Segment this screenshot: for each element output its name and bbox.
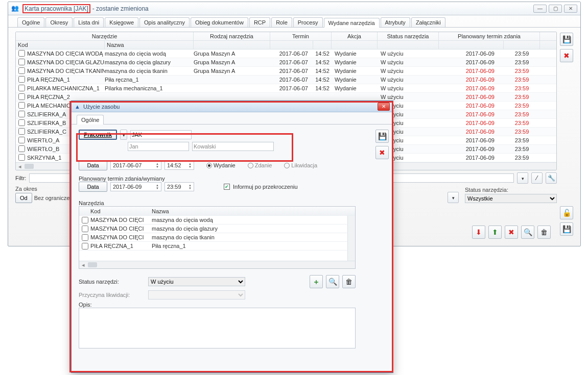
tab-wydane-narzedzia[interactable]: Wydane narzędzia (324, 18, 380, 28)
row-checkbox[interactable] (18, 93, 25, 100)
header-kod[interactable]: Kod (16, 41, 105, 49)
inform-checkbox[interactable]: ✔ (224, 184, 230, 190)
row-checkbox[interactable] (18, 85, 25, 91)
row-checkbox[interactable] (18, 111, 25, 117)
dialog-trash-icon[interactable]: 🗑 (342, 275, 356, 288)
dialog-horizontal-scrollbar[interactable]: ◂ (79, 261, 355, 268)
radio-zdanie[interactable]: Zdanie (248, 162, 272, 168)
tab-atrybuty[interactable]: Atrybuty (381, 17, 410, 27)
tab-role[interactable]: Role (271, 17, 292, 27)
dialog-table-row[interactable]: MASZYNA DO CIĘCImaszyna do cięcia tkanin (79, 233, 347, 242)
table-row[interactable]: MASZYNA DO CIĘCIA WODĄmaszyna do cięcia … (16, 49, 556, 58)
dialog-tab-ogolne[interactable]: Ogólne (77, 115, 104, 124)
dialog-scroll-thumb[interactable] (88, 262, 97, 267)
table-row[interactable]: MASZYNA DO CIĘCIA GLAZURYmaszyna do cięc… (16, 58, 556, 67)
dialog-row-checkbox[interactable] (82, 217, 88, 223)
row-checkbox[interactable] (18, 67, 25, 74)
first-name-input[interactable] (128, 142, 189, 151)
opis-textarea[interactable] (79, 308, 356, 348)
dialog-table-row[interactable]: MASZYNA DO CIĘCImaszyna do cięcia wodą (79, 216, 347, 224)
header-status[interactable]: Status narzędzia (378, 32, 439, 40)
dialog-status-select[interactable]: W użyciu (148, 277, 245, 286)
action-trash-icon[interactable]: 🗑 (537, 226, 551, 239)
pracownik-dropdown-button[interactable] (120, 130, 127, 140)
tab-ksiegowe[interactable]: Księgowe (105, 17, 138, 27)
header-narzedzie[interactable]: Narzędzie (16, 32, 194, 40)
maximize-button[interactable]: ▢ (549, 5, 562, 13)
dialog-delete-icon[interactable]: ✖ (375, 146, 389, 159)
cell-planned-time: 23:59 (504, 59, 540, 65)
tab-zalaczniki[interactable]: Załączniki (411, 17, 445, 27)
time-field-2[interactable]: 23:59▲▼ (164, 182, 194, 191)
action-export-icon[interactable]: ⬇ (472, 226, 485, 239)
row-checkbox[interactable] (18, 50, 25, 57)
dialog-row-checkbox[interactable] (82, 226, 88, 232)
od-button[interactable]: Od (15, 193, 32, 203)
cell-status: W użyciu (378, 59, 439, 65)
row-checkbox[interactable] (18, 76, 25, 83)
time-field-1[interactable]: 14:52▲▼ (164, 161, 194, 170)
dialog-scroll-left-icon[interactable]: ◂ (79, 262, 87, 268)
row-checkbox[interactable] (18, 59, 25, 65)
action-search-icon[interactable]: 🔍 (521, 226, 534, 239)
side-lock-icon[interactable]: 🔓 (560, 206, 573, 219)
row-checkbox[interactable] (18, 119, 25, 126)
tab-procesy[interactable]: Procesy (293, 17, 323, 27)
minimize-button[interactable]: — (533, 5, 547, 13)
cell-type: Grupa Maszyn A (194, 59, 270, 65)
dialog-add-icon[interactable]: ＋ (310, 275, 323, 288)
header-rodzaj[interactable]: Rodzaj narzędzia (194, 32, 270, 40)
tab-obieg-dokumentow[interactable]: Obieg dokumentów (191, 17, 248, 27)
dialog-table-row[interactable]: PIŁA RĘCZNA_1Piła ręczna_1 (79, 242, 347, 251)
pracownik-code-input[interactable] (130, 130, 192, 139)
filter-funnel-icon[interactable]: ∕ (531, 172, 543, 184)
table-row[interactable]: PILARKA MECHANICZNA_1Pilarka mechaniczna… (16, 84, 556, 93)
row-checkbox[interactable] (18, 102, 25, 109)
data-button-1[interactable]: Data (79, 160, 107, 170)
tab-okresy[interactable]: Okresy (45, 17, 73, 27)
scroll-left-icon[interactable]: ◂ (16, 163, 23, 170)
side-save-icon[interactable]: 💾 (560, 33, 573, 46)
dialog-table-row[interactable]: MASZYNA DO CIĘCImaszyna do cięcia glazur… (79, 224, 347, 233)
last-name-input[interactable] (192, 142, 274, 151)
extra-dropdown-button[interactable] (448, 192, 459, 203)
header-planned[interactable]: Planowany termin zdania (439, 32, 540, 40)
dialog-search-icon[interactable]: 🔍 (326, 275, 339, 288)
dialog-status-label: Status narzędzi: (79, 279, 145, 285)
date-field-1[interactable]: 2017-06-07▲▼ (110, 161, 161, 170)
dialog-save-icon[interactable]: 💾 (375, 130, 389, 143)
header-akcja[interactable]: Akcja (332, 32, 378, 40)
side-delete-icon[interactable]: ✖ (560, 49, 573, 62)
dialog-header-kod[interactable]: Kod (90, 208, 152, 214)
side-save2-icon[interactable]: 💾 (560, 222, 573, 236)
data-button-2[interactable]: Data (79, 182, 107, 192)
dialog-row-checkbox[interactable] (82, 234, 88, 241)
close-button[interactable]: ✕ (564, 5, 577, 13)
header-nazwa[interactable]: Nazwa (105, 41, 194, 49)
row-checkbox[interactable] (18, 154, 25, 161)
tab-opis-analityczny[interactable]: Opis analityczny (139, 17, 190, 27)
table-row[interactable]: PIŁA RĘCZNA_1Piła ręczna_12017-06-0714:5… (16, 76, 556, 84)
status-filter-select[interactable]: Wszystkie (465, 194, 557, 203)
date-field-2[interactable]: 2017-06-09▲▼ (110, 182, 161, 191)
tab-ogolne[interactable]: Ogólne (17, 17, 44, 27)
tab-lista-dni[interactable]: Lista dni (74, 17, 104, 27)
dialog-row-checkbox[interactable] (82, 243, 88, 249)
filter-settings-icon[interactable]: 🔧 (546, 172, 557, 184)
dialog-close-button[interactable]: ✕ (378, 103, 390, 111)
table-row[interactable]: MASZYNA DO CIĘCIA TKANINmaszyna do cięci… (16, 67, 556, 76)
action-delete-icon[interactable]: ✖ (505, 226, 518, 239)
row-checkbox[interactable] (18, 137, 25, 143)
header-termin[interactable]: Termin (270, 32, 332, 40)
row-checkbox[interactable] (18, 145, 25, 152)
pracownik-button[interactable]: Pracownik (79, 130, 117, 140)
tab-rcp[interactable]: RCP (249, 17, 270, 27)
dialog-header-nazwa[interactable]: Nazwa (152, 208, 347, 214)
radio-likwidacja[interactable]: Likwidacja (284, 162, 317, 168)
dialog-vertical-scrollbar[interactable] (347, 216, 355, 261)
row-checkbox[interactable] (18, 128, 25, 135)
scroll-thumb[interactable] (25, 164, 34, 169)
action-import-icon[interactable]: ⬆ (488, 226, 502, 239)
radio-wydanie[interactable]: Wydanie (206, 162, 236, 168)
filter-dropdown-button[interactable] (517, 172, 528, 184)
